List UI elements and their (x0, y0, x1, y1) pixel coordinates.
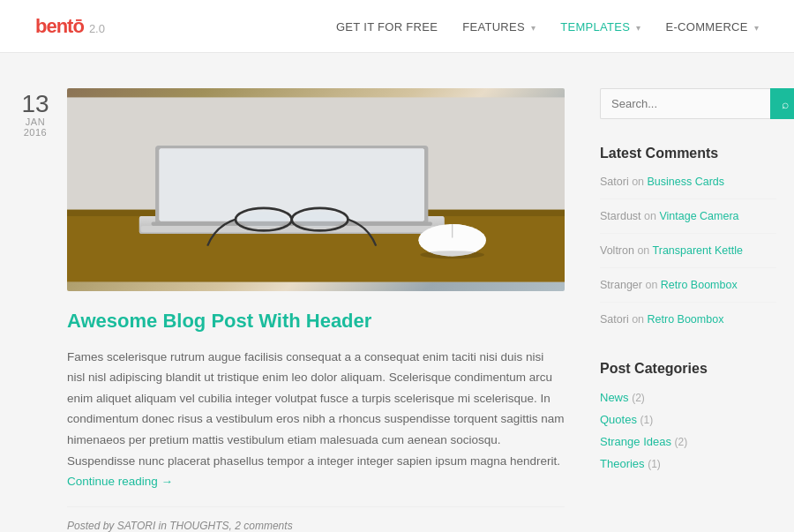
comment-author: Satori (600, 313, 629, 326)
date-year: 2016 (18, 127, 53, 138)
nav-item-features[interactable]: FEATURES ▾ (462, 19, 536, 34)
latest-comments-title: Latest Comments (600, 146, 776, 161)
comment-link[interactable]: Retro Boombox (648, 313, 724, 326)
comment-link[interactable]: Vintage Camera (659, 210, 738, 222)
nav-link-features[interactable]: FEATURES ▾ (462, 20, 536, 34)
search-input[interactable] (600, 88, 770, 119)
nav-links: GET IT FOR FREE FEATURES ▾ TEMPLATES ▾ E… (336, 19, 759, 34)
search-box: ⌕ (600, 88, 776, 119)
category-link[interactable]: Strange Ideas (600, 435, 671, 448)
logo-version: 2.0 (89, 22, 105, 35)
nav-item-ecommerce[interactable]: E-COMMERCE ▾ (665, 19, 759, 34)
page-wrapper: 13 JAN 2016 (0, 53, 794, 532)
chevron-down-icon: ▾ (636, 23, 640, 33)
comment-on-text: on (645, 279, 660, 291)
svg-point-15 (296, 212, 344, 228)
top-navigation: bentō 2.0 GET IT FOR FREE FEATURES ▾ TEM… (0, 0, 794, 53)
post-image (67, 88, 565, 291)
category-link[interactable]: Theories (600, 457, 645, 470)
category-item: Theories (1) (600, 457, 776, 470)
category-item: Quotes (1) (600, 413, 776, 426)
svg-rect-10 (141, 226, 443, 232)
nav-item-templates[interactable]: TEMPLATES ▾ (560, 19, 640, 34)
latest-comments-section: Latest Comments Satori on Business Cards… (600, 146, 776, 336)
post-body: Fames scelerisque rutrum augue facilisis… (67, 347, 565, 492)
svg-point-18 (420, 251, 484, 259)
post-title[interactable]: Awesome Blog Post With Header (67, 309, 565, 334)
chevron-down-icon: ▾ (754, 23, 759, 33)
search-button[interactable]: ⌕ (770, 88, 794, 119)
comment-link[interactable]: Transparent Kettle (653, 244, 743, 257)
comment-item: Satori on Business Cards (600, 176, 776, 199)
comment-item: Stranger on Retro Boombox (600, 279, 776, 303)
comment-item: Stardust on Vintage Camera (600, 210, 776, 234)
comment-item: Satori on Retro Boombox (600, 313, 776, 336)
svg-point-14 (240, 212, 288, 228)
logo[interactable]: bentō 2.0 (35, 15, 105, 38)
nav-link-ecommerce[interactable]: E-COMMERCE ▾ (665, 20, 759, 34)
post-date: 13 JAN 2016 (18, 88, 53, 138)
category-item: Strange Ideas (2) (600, 435, 776, 448)
nav-link-get-it[interactable]: GET IT FOR FREE (336, 20, 438, 34)
category-link[interactable]: Quotes (600, 413, 637, 426)
comment-on-text: on (632, 176, 647, 188)
comment-author: Stardust (600, 210, 641, 222)
nav-item-get-it[interactable]: GET IT FOR FREE (336, 19, 438, 34)
date-day: 13 (18, 92, 53, 116)
comment-item: Voltron on Transparent Kettle (600, 244, 776, 268)
logo-name: bentō (35, 15, 84, 38)
chevron-down-icon: ▾ (531, 23, 536, 33)
category-count: (1) (640, 414, 654, 426)
sidebar: ⌕ Latest Comments Satori on Business Car… (600, 88, 776, 532)
comment-author: Voltron (600, 244, 634, 257)
comment-on-text: on (632, 313, 647, 326)
post-image-svg (67, 88, 565, 291)
post-content-area: Awesome Blog Post With Header Fames scel… (67, 88, 565, 532)
search-icon: ⌕ (782, 97, 789, 111)
comment-on-text: on (644, 210, 659, 222)
read-more-link[interactable]: Continue reading → (67, 475, 173, 488)
category-count: (2) (632, 392, 645, 404)
post-meta: Posted by SATORI in THOUGHTS, 2 comments (67, 506, 565, 532)
category-item: News (2) (600, 391, 776, 404)
date-month: JAN (18, 116, 53, 127)
category-count: (2) (675, 436, 688, 448)
svg-rect-8 (160, 149, 424, 221)
post-date-wrapper: 13 JAN 2016 (18, 88, 565, 532)
nav-link-templates[interactable]: TEMPLATES ▾ (560, 20, 640, 34)
comment-on-text: on (637, 244, 652, 257)
comment-link[interactable]: Retro Boombox (661, 279, 738, 291)
comment-author: Satori (600, 176, 629, 188)
comment-link[interactable]: Business Cards (648, 176, 725, 188)
post-categories-section: Post Categories News (2) Quotes (1) Stra… (600, 361, 776, 470)
category-count: (1) (648, 458, 661, 470)
post-categories-title: Post Categories (600, 361, 776, 377)
main-content: 13 JAN 2016 (18, 88, 565, 532)
category-link[interactable]: News (600, 391, 629, 404)
comment-author: Stranger (600, 279, 642, 291)
